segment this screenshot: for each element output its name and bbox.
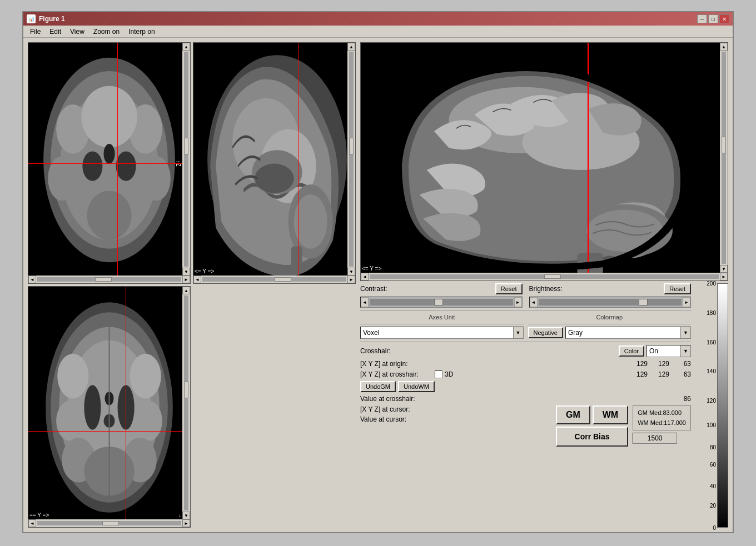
coronal-view[interactable]: ◄ ► ▲ ▼ ↑Z: [28, 42, 191, 284]
contrast-track[interactable]: [370, 299, 513, 305]
brightness-slider[interactable]: ◄ ►: [529, 297, 692, 308]
svg-point-12: [103, 144, 115, 164]
window-title: Figure 1: [39, 15, 65, 23]
colorbar-gradient: [717, 283, 728, 528]
cb-tick-60: 60: [710, 461, 716, 467]
svg-point-8: [87, 191, 131, 240]
wm-button[interactable]: WM: [593, 405, 628, 424]
contrast-thumb[interactable]: [434, 299, 443, 305]
scroll-left-topright[interactable]: ◄: [193, 275, 201, 283]
minimize-button[interactable]: ─: [697, 14, 707, 23]
menu-edit[interactable]: Edit: [45, 27, 66, 37]
scroll-thumb-v-topright[interactable]: [349, 138, 354, 154]
brain-views-grid: ◄ ► ▲ ▼ ↑Z: [28, 42, 356, 528]
xyz-origin-row: [X Y Z] at origin: 129 129 63: [360, 360, 691, 368]
menu-view[interactable]: View: [66, 27, 89, 37]
scrollbar-v-topright-brain[interactable]: ▲ ▼: [720, 43, 728, 273]
svg-point-29: [130, 354, 161, 399]
scroll-down-topright[interactable]: ▼: [347, 268, 355, 275]
colorbar: 200 180 160 140 120 100 80 60 40 20 0: [698, 283, 728, 528]
scroll-left-topright-brain[interactable]: ◄: [361, 273, 369, 280]
axial-view[interactable]: ◄ ► ▲ ▼ == Y => ↓: [28, 286, 191, 528]
gm-wm-row: GM WM: [556, 405, 628, 424]
svg-point-11: [116, 151, 136, 181]
undo-wm-button[interactable]: UndoWM: [398, 381, 435, 392]
scroll-thumb-h-bottomleft[interactable]: [102, 521, 119, 525]
scrollbar-h-topright-brain[interactable]: ◄ ►: [361, 273, 728, 280]
brightness-reset-button[interactable]: Reset: [664, 283, 691, 294]
menu-zoom-on[interactable]: Zoom on: [89, 27, 124, 37]
scroll-right-bottomleft[interactable]: ►: [182, 519, 190, 527]
negative-button[interactable]: Negative: [528, 327, 563, 338]
value-crosshair-row: Value at crosshair: 86: [360, 395, 691, 403]
scroll-left-bottomleft[interactable]: ◄: [28, 519, 36, 527]
contrast-reset-button[interactable]: Reset: [495, 283, 523, 294]
cb-tick-200: 200: [707, 280, 716, 287]
scroll-up-topright[interactable]: ▲: [347, 43, 355, 51]
gm-button[interactable]: GM: [556, 405, 590, 424]
colormap-dropdown[interactable]: Gray ▼: [565, 327, 691, 339]
undo-gm-button[interactable]: UndoGM: [360, 381, 396, 392]
scroll-up-bottomleft[interactable]: ▲: [182, 287, 190, 294]
scroll-thumb-h-topright[interactable]: [275, 277, 291, 282]
contrast-left-arrow[interactable]: ◄: [361, 297, 369, 307]
3d-checkbox-container[interactable]: 3D: [435, 370, 453, 378]
maximize-button[interactable]: □: [708, 14, 718, 23]
contrast-right-arrow[interactable]: ►: [514, 297, 522, 307]
scrollbar-v-topleft[interactable]: ▲ ▼: [182, 43, 190, 275]
axes-value: Voxel: [361, 329, 513, 337]
cursor-gm-wm-row: [X Y Z] at cursor: Value at cursor: GM W…: [360, 405, 691, 447]
colormap-dropdown-arrow[interactable]: ▼: [680, 327, 690, 338]
title-bar: 📊 Figure 1 ─ □ ✕: [23, 12, 733, 26]
colormap-header: Colormap: [528, 314, 692, 320]
axes-dropdown[interactable]: Voxel ▼: [360, 327, 524, 339]
crosshair-state-dropdown[interactable]: On ▼: [646, 345, 691, 357]
crosshair-state-arrow[interactable]: ▼: [680, 345, 690, 357]
value-crosshair-value: 86: [669, 395, 691, 403]
close-button[interactable]: ✕: [719, 14, 729, 23]
scroll-thumb-v-topright-brain[interactable]: [722, 137, 726, 153]
brightness-thumb[interactable]: [639, 299, 648, 305]
axes-section: Axes Unit Voxel ▼: [360, 314, 524, 339]
xyz-crosshair-x: 129: [628, 370, 648, 378]
scroll-up-topright-brain[interactable]: ▲: [720, 43, 728, 51]
med-values-box: GM Med:83.000 WM Med:117.000: [633, 405, 691, 430]
scroll-thumb-v-topleft[interactable]: [184, 138, 188, 154]
controls-colorbar-section: Contrast: Reset ◄ ►: [360, 283, 728, 528]
scroll-right-topright-brain[interactable]: ►: [720, 273, 728, 280]
crosshair-color-button[interactable]: Color: [619, 345, 644, 357]
scroll-thumb-v-bottomleft[interactable]: [184, 382, 188, 398]
value-cursor-label: Value at cursor:: [360, 415, 406, 423]
brightness-track[interactable]: [539, 299, 682, 305]
axes-dropdown-arrow[interactable]: ▼: [513, 327, 523, 338]
menu-interp-on[interactable]: Interp on: [124, 27, 159, 37]
scroll-down-bottomleft[interactable]: ▼: [182, 512, 190, 519]
contrast-brightness-row: Contrast: Reset ◄ ►: [360, 283, 691, 308]
svg-point-31: [135, 400, 162, 441]
scroll-left-topleft[interactable]: ◄: [28, 275, 36, 283]
scrollbar-h-topright[interactable]: ◄ ►: [193, 275, 355, 283]
contrast-slider[interactable]: ◄ ►: [360, 297, 523, 308]
corr-bias-button[interactable]: Corr Bias: [556, 427, 628, 447]
brightness-left-arrow[interactable]: ◄: [530, 297, 538, 307]
menu-file[interactable]: File: [26, 27, 45, 37]
scroll-thumb-h-topright-brain[interactable]: [544, 274, 561, 279]
menu-bar: File Edit View Zoom on Interp on: [23, 26, 733, 38]
scroll-right-topleft[interactable]: ►: [182, 275, 190, 283]
scrollbar-v-topright[interactable]: ▲ ▼: [347, 43, 355, 275]
top-right-brain-view[interactable]: ◄ ► ▲ ▼ <= Y =>: [360, 42, 728, 281]
scroll-thumb-h-topleft[interactable]: [95, 277, 112, 282]
scrollbar-v-bottomleft[interactable]: ▲ ▼: [182, 287, 190, 519]
sagittal-view[interactable]: ◄ ► ▲ ▼ <= Y =>: [193, 42, 356, 284]
scroll-down-topleft[interactable]: ▼: [182, 268, 190, 275]
scroll-right-topright[interactable]: ►: [347, 275, 355, 283]
svg-point-28: [57, 354, 88, 399]
brightness-right-arrow[interactable]: ►: [683, 297, 690, 307]
scrollbar-h-topleft[interactable]: ◄ ►: [28, 275, 190, 283]
top-right-brain-svg: [361, 43, 728, 280]
scroll-down-topright-brain[interactable]: ▼: [720, 265, 728, 273]
scrollbar-h-bottomleft[interactable]: ◄ ►: [28, 519, 190, 527]
scroll-up-topleft[interactable]: ▲: [182, 43, 190, 51]
wm-med-label: WM Med:117.000: [638, 418, 686, 428]
3d-checkbox[interactable]: [435, 370, 442, 378]
